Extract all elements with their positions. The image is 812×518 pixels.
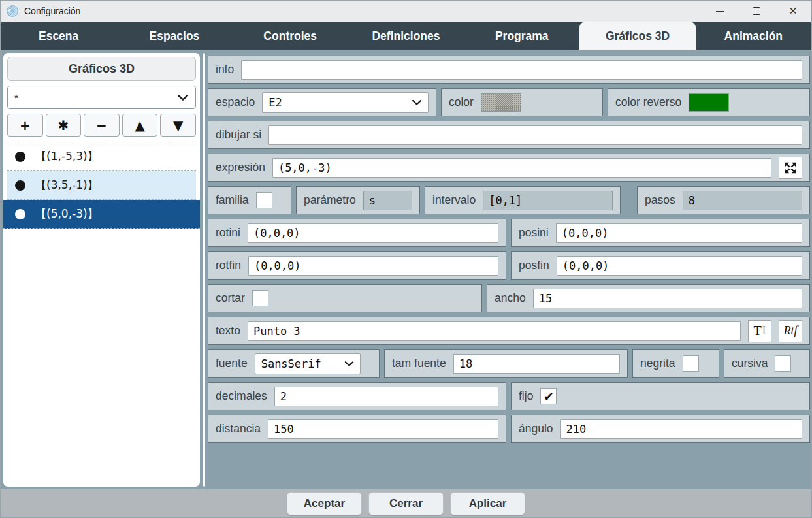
move-up-button[interactable]: ▲ — [122, 114, 158, 137]
tam-fuente-input[interactable] — [453, 354, 620, 374]
plain-text-button[interactable]: TI — [748, 320, 771, 342]
tab-escena[interactable]: Escena — [1, 22, 116, 50]
maximize-button[interactable] — [738, 1, 775, 22]
window-title: Configuración — [24, 6, 80, 16]
color-label: color — [449, 95, 474, 109]
chevron-down-icon — [344, 361, 354, 367]
decimales-input[interactable] — [274, 387, 498, 406]
list-item[interactable]: 【(1,-5,3)】 — [7, 142, 196, 171]
fijo-checkbox[interactable] — [540, 388, 557, 404]
pasos-input — [683, 191, 802, 210]
rtf-text-button[interactable]: Rtf — [779, 320, 802, 342]
titlebar: Configuración ✕ — [1, 1, 811, 22]
pasos-label: pasos — [645, 193, 675, 207]
list-item-selected[interactable]: 【(5,0,-3)】 — [3, 200, 200, 229]
point-bullet-icon — [15, 152, 25, 162]
rotfin-input[interactable] — [248, 256, 498, 276]
posini-label: posini — [519, 226, 549, 240]
properties-panel: info espacio E2 color — [208, 53, 810, 489]
info-field: info — [208, 56, 810, 84]
tab-graficos-3d[interactable]: Gráficos 3D — [579, 22, 695, 50]
espacio-field: espacio E2 — [208, 88, 436, 116]
texto-input[interactable] — [248, 321, 741, 341]
apply-button[interactable]: Aplicar — [450, 492, 525, 515]
add-item-button[interactable]: + — [7, 114, 43, 137]
distancia-input[interactable] — [268, 419, 498, 439]
cursiva-field: cursiva — [724, 349, 810, 378]
point-bullet-icon — [15, 180, 25, 191]
remove-item-button[interactable]: − — [84, 114, 120, 137]
filter-select[interactable]: * — [7, 86, 196, 109]
accept-button[interactable]: Aceptar — [287, 492, 362, 515]
text-cursor-icon: I — [762, 324, 766, 338]
tab-animacion[interactable]: Animación — [696, 22, 811, 50]
expresion-label: expresión — [216, 161, 265, 174]
color-reverso-label: color reverso — [615, 95, 681, 109]
texto-field: texto TI Rtf — [208, 317, 810, 345]
tab-bar: Escena Espacios Controles Definiciones P… — [1, 22, 811, 50]
familia-field: familia — [208, 186, 291, 214]
sidebar-title: Gráficos 3D — [7, 57, 196, 81]
angulo-input[interactable] — [560, 419, 802, 439]
expand-editor-button[interactable] — [779, 157, 802, 179]
distancia-label: distancia — [216, 422, 261, 436]
espacio-value: E2 — [268, 96, 282, 109]
info-input[interactable] — [241, 60, 802, 80]
tab-espacios[interactable]: Espacios — [116, 22, 232, 50]
close-dialog-button[interactable]: Cerrar — [368, 492, 444, 515]
rtf-text-icon: Rtf — [784, 324, 798, 338]
posfin-field: posfin — [511, 251, 810, 280]
tab-programa[interactable]: Programa — [464, 22, 579, 50]
negrita-field: negrita — [632, 349, 719, 378]
close-button[interactable]: ✕ — [775, 1, 811, 22]
negrita-checkbox[interactable] — [683, 355, 699, 372]
intervalo-label: intervalo — [432, 193, 476, 207]
posfin-input[interactable] — [557, 256, 802, 276]
minimize-button[interactable] — [702, 1, 738, 22]
familia-checkbox[interactable] — [256, 192, 272, 208]
fuente-value: SansSerif — [261, 357, 321, 370]
rotini-label: rotini — [216, 226, 240, 240]
list-toolbar: + ✱ − ▲ ▼ — [7, 114, 196, 137]
cursiva-label: cursiva — [732, 357, 768, 370]
color-swatch[interactable] — [481, 93, 521, 112]
negrita-label: negrita — [640, 357, 675, 370]
posini-input[interactable] — [556, 223, 802, 243]
expresion-field: expresión — [208, 154, 810, 182]
cortar-checkbox[interactable] — [252, 290, 268, 306]
tab-controles[interactable]: Controles — [233, 22, 348, 50]
expand-arrows-icon — [783, 161, 798, 175]
cortar-label: cortar — [216, 291, 245, 305]
color-reverso-swatch[interactable] — [689, 93, 729, 112]
maximize-icon — [753, 7, 760, 15]
configuration-window: Configuración ✕ Escena Espacios Controle… — [0, 0, 812, 518]
cursiva-checkbox[interactable] — [775, 355, 791, 372]
chevron-down-icon — [177, 94, 189, 101]
espacio-label: espacio — [216, 95, 255, 109]
move-down-button[interactable]: ▼ — [160, 114, 196, 137]
close-icon: ✕ — [789, 5, 798, 17]
rotini-input[interactable] — [248, 223, 498, 243]
duplicate-item-button[interactable]: ✱ — [46, 114, 82, 137]
parametro-input — [363, 191, 412, 210]
fuente-dropdown[interactable]: SansSerif — [255, 353, 361, 374]
decimales-field: decimales — [208, 382, 506, 410]
expresion-input[interactable] — [272, 158, 771, 178]
plain-text-icon: T — [753, 323, 761, 338]
info-label: info — [216, 63, 234, 76]
ancho-label: ancho — [495, 291, 526, 305]
filter-select-value: * — [14, 92, 18, 103]
dibujar-si-input[interactable] — [268, 125, 802, 145]
sidebar-panel-divider — [203, 53, 205, 487]
list-item-label: 【(5,0,-3)】 — [35, 206, 99, 221]
ancho-input[interactable] — [533, 289, 802, 308]
fuente-field: fuente SansSerif — [208, 349, 380, 378]
list-item[interactable]: 【(3,5,-1)】 — [7, 171, 196, 200]
content-area: Gráficos 3D * + ✱ − ▲ ▼ 【(1,-5,3)】 — [1, 50, 811, 489]
espacio-dropdown[interactable]: E2 — [262, 92, 429, 113]
intervalo-input — [483, 191, 613, 210]
point-bullet-icon — [15, 209, 25, 219]
rotini-field: rotini — [208, 219, 506, 247]
app-logo-icon — [6, 5, 19, 18]
tab-definiciones[interactable]: Definiciones — [348, 22, 464, 50]
